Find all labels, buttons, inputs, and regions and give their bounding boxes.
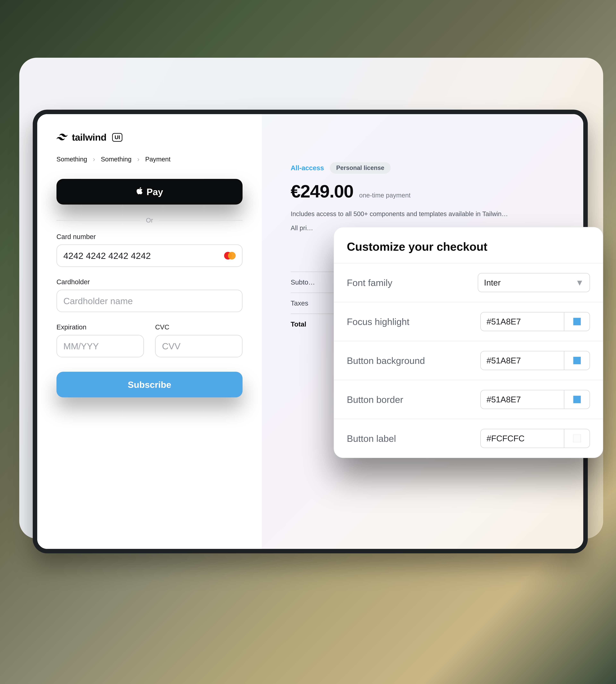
button-label-row: Button label #FCFCFC <box>334 419 603 458</box>
price: €249.00 <box>291 181 353 202</box>
card-number-label: Card number <box>57 233 243 241</box>
all-access-link[interactable]: All-access <box>291 164 324 172</box>
license-pill: Personal license <box>330 162 391 174</box>
cvc-label: CVC <box>155 323 243 331</box>
button-border-row: Button border #51A8E7 <box>334 380 603 419</box>
cvc-input[interactable] <box>162 341 236 351</box>
subscribe-button[interactable]: Subscribe <box>57 372 243 397</box>
card-number-field[interactable] <box>57 245 243 267</box>
font-family-value: Inter <box>484 278 501 288</box>
button-background-row: Button background #51A8E7 <box>334 341 603 380</box>
button-border-swatch[interactable] <box>564 390 590 409</box>
focus-highlight-row: Focus highlight #51A8E7 <box>334 302 603 341</box>
focus-highlight-swatch[interactable] <box>564 312 590 331</box>
button-background-label: Button background <box>347 355 425 366</box>
cardholder-input[interactable] <box>63 296 236 306</box>
mastercard-icon <box>224 252 236 259</box>
focus-highlight-label: Focus highlight <box>347 316 410 327</box>
font-family-row: Font family Inter ▼ <box>334 263 603 302</box>
button-background-swatch[interactable] <box>564 351 590 370</box>
chevron-right-icon: › <box>93 156 95 163</box>
button-border-label: Button border <box>347 394 403 405</box>
brand: tailwind UI <box>57 132 243 143</box>
breadcrumb-item-current: Payment <box>145 156 171 163</box>
chevron-right-icon: › <box>137 156 139 163</box>
customize-title: Customize your checkout <box>334 227 603 263</box>
breadcrumb-item[interactable]: Something <box>57 156 87 163</box>
card-number-input[interactable] <box>63 251 224 261</box>
cvc-field[interactable] <box>155 335 243 357</box>
breadcrumb: Something › Something › Payment <box>57 156 243 163</box>
summary-description: Includes access to all 500+ components a… <box>291 209 515 219</box>
chevron-down-icon: ▼ <box>576 278 584 288</box>
customize-panel: Customize your checkout Font family Inte… <box>334 227 603 458</box>
button-label-input[interactable]: #FCFCFC <box>480 429 564 448</box>
expiration-input[interactable] <box>63 341 137 351</box>
brand-name: tailwind <box>72 132 106 143</box>
expiration-field[interactable] <box>57 335 144 357</box>
button-label-label: Button label <box>347 433 396 444</box>
expiration-label: Expiration <box>57 323 144 331</box>
cardholder-field[interactable] <box>57 290 243 312</box>
tailwind-logo-icon <box>57 132 68 142</box>
font-family-label: Font family <box>347 277 392 288</box>
button-label-swatch[interactable] <box>564 429 590 448</box>
brand-badge: UI <box>112 133 123 142</box>
apple-logo-icon <box>136 186 143 197</box>
divider-or-text: Or <box>146 217 153 224</box>
apple-pay-label: Pay <box>147 186 163 197</box>
divider-or: Or <box>57 217 243 224</box>
apple-pay-button[interactable]: Pay <box>57 179 243 205</box>
payment-form-pane: tailwind UI Something › Something › Paym… <box>37 114 262 549</box>
focus-highlight-input[interactable]: #51A8E7 <box>480 312 564 331</box>
button-border-input[interactable]: #51A8E7 <box>480 390 564 409</box>
cardholder-label: Cardholder <box>57 278 243 286</box>
breadcrumb-item[interactable]: Something <box>101 156 132 163</box>
button-background-input[interactable]: #51A8E7 <box>480 351 564 370</box>
price-note: one-time payment <box>359 192 411 199</box>
font-family-select[interactable]: Inter ▼ <box>478 273 590 292</box>
